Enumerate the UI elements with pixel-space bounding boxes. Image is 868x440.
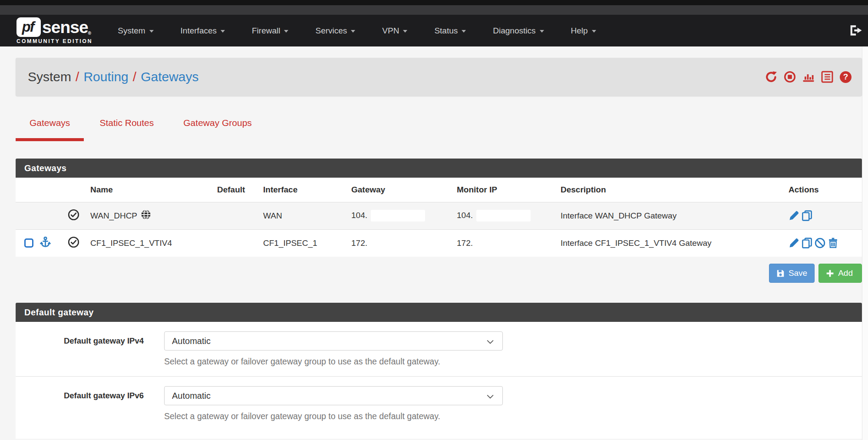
chevron-down-icon (592, 30, 596, 33)
table-row: WAN_DHCP WAN 104. 104. Interface WAN_DHC… (16, 202, 862, 229)
stop-icon[interactable] (784, 71, 796, 83)
menu-help[interactable]: Help (571, 26, 596, 36)
default-gateway-ipv6-label: Default gateway IPv6 (16, 386, 144, 400)
registered-mark: ® (88, 31, 91, 36)
chevron-down-icon (149, 30, 154, 33)
gateway-monitor-cell: 172. (457, 229, 561, 257)
row-controls-cell (16, 202, 68, 229)
menu-firewall[interactable]: Firewall (252, 26, 288, 36)
gateway-name-cell: CF1_IPSEC_1_VTIV4 (90, 229, 217, 257)
gateway-actions-cell (789, 202, 862, 229)
chevron-down-icon (403, 30, 407, 33)
default-gateway-form: Default gateway IPv4 Automatic Select a … (16, 322, 862, 439)
scrollbar-track[interactable] (862, 46, 868, 440)
gateway-monitor-cell: 104. (457, 202, 561, 229)
row-status-cell (68, 202, 90, 229)
anchor-icon (40, 236, 51, 250)
col-status (68, 178, 90, 202)
gateway-address-cell: 172. (351, 229, 457, 257)
form-row-ipv6: Default gateway IPv6 Automatic Select a … (16, 376, 862, 431)
pf-logo-mark: pf (17, 17, 41, 37)
col-interface: Interface (263, 178, 351, 202)
default-gateway-panel-title: Default gateway (16, 303, 862, 322)
edit-icon[interactable] (789, 238, 799, 248)
default-gateway-ipv6-help: Select a gateway or failover gateway gro… (164, 411, 503, 421)
menu-diagnostics[interactable]: Diagnostics (493, 26, 544, 36)
chevron-down-icon (221, 30, 225, 33)
gateway-interface-cell: WAN (263, 202, 351, 229)
col-description: Description (561, 178, 789, 202)
menu-status[interactable]: Status (434, 26, 466, 36)
refresh-icon[interactable] (765, 71, 777, 83)
col-default: Default (217, 178, 263, 202)
pfsense-wordmark: sense® (42, 19, 91, 36)
tab-gateway-groups[interactable]: Gateway Groups (169, 118, 266, 141)
default-gateway-ipv4-label: Default gateway IPv4 (16, 331, 144, 346)
tab-bar: Gateways Static Routes Gateway Groups (16, 118, 862, 141)
tab-static-routes[interactable]: Static Routes (86, 118, 168, 141)
pfsense-logo-top: pf sense® (17, 17, 92, 37)
gateway-actions-cell (789, 229, 862, 257)
default-gateway-panel: Default gateway Default gateway IPv4 Aut… (16, 303, 862, 439)
chevron-down-icon (487, 336, 494, 346)
log-icon[interactable] (821, 71, 833, 83)
tab-gateways[interactable]: Gateways (16, 118, 84, 141)
gateway-description-cell: Interface CF1_IPSEC_1_VTIV4 Gateway (561, 229, 789, 257)
globe-icon (141, 209, 151, 222)
gateway-name: WAN_DHCP (90, 211, 137, 221)
gateway-address-cell: 104. (351, 202, 457, 229)
gateways-panel: Gateways Name Default Interface Gateway … (16, 159, 862, 257)
col-gateway: Gateway (351, 178, 457, 202)
redacted-value (371, 210, 425, 222)
col-actions: Actions (789, 178, 862, 202)
save-button[interactable]: Save (769, 264, 815, 283)
add-button[interactable]: Add (818, 264, 862, 283)
breadcrumb-actions: ? (765, 71, 851, 83)
page-content: System / Routing / Gateways ? Gateways S… (16, 46, 862, 439)
disable-icon[interactable] (815, 238, 825, 248)
menu-vpn[interactable]: VPN (382, 26, 407, 36)
col-controls (16, 178, 68, 202)
breadcrumb: System / Routing / Gateways ? (16, 58, 862, 96)
breadcrumb-gateways-link[interactable]: Gateways (141, 69, 198, 84)
pfsense-logo[interactable]: pf sense® COMMUNITY EDITION (17, 17, 92, 44)
menu-services[interactable]: Services (315, 26, 355, 36)
chart-icon[interactable] (802, 71, 815, 83)
gateway-description-cell: Interface WAN_DHCP Gateway (561, 202, 789, 229)
col-name: Name (90, 178, 217, 202)
table-row: CF1_IPSEC_1_VTIV4 CF1_IPSEC_1 172. 172. … (16, 229, 862, 257)
help-icon[interactable]: ? (840, 71, 851, 83)
plus-icon (826, 269, 834, 278)
breadcrumb-routing-link[interactable]: Routing (83, 69, 128, 84)
chevron-down-icon (351, 30, 355, 33)
default-gateway-ipv4-select[interactable]: Automatic (164, 331, 503, 351)
breadcrumb-separator: / (76, 69, 79, 84)
table-action-buttons: Save Add (16, 264, 862, 283)
default-gateway-ipv6-select[interactable]: Automatic (164, 386, 503, 405)
delete-icon[interactable] (828, 238, 838, 248)
menu-system[interactable]: System (118, 26, 153, 36)
row-status-cell (68, 229, 90, 257)
row-checkbox[interactable] (24, 238, 33, 248)
sign-out-icon[interactable] (850, 24, 863, 36)
copy-icon[interactable] (802, 210, 812, 221)
window-top-strip (0, 0, 868, 5)
row-controls-cell (16, 229, 68, 257)
chevron-down-icon (284, 30, 288, 33)
form-row-ipv4: Default gateway IPv4 Automatic Select a … (16, 331, 862, 376)
menu-interfaces[interactable]: Interfaces (181, 26, 225, 36)
gateways-table: Name Default Interface Gateway Monitor I… (16, 178, 862, 257)
gateway-name-cell: WAN_DHCP (90, 202, 217, 229)
breadcrumb-separator: / (133, 69, 136, 84)
community-edition-label: COMMUNITY EDITION (17, 38, 92, 44)
chevron-down-icon (540, 30, 544, 33)
navbar: pf sense® COMMUNITY EDITION System Inter… (0, 15, 868, 46)
default-gateway-ipv4-help: Select a gateway or failover gateway gro… (164, 357, 503, 367)
breadcrumb-system: System (28, 69, 71, 84)
selected-value: Automatic (172, 391, 211, 401)
copy-icon[interactable] (802, 238, 812, 248)
chevron-down-icon (487, 391, 494, 401)
edit-icon[interactable] (789, 210, 799, 221)
gateway-default-cell (217, 202, 263, 229)
gateway-interface-cell: CF1_IPSEC_1 (263, 229, 351, 257)
